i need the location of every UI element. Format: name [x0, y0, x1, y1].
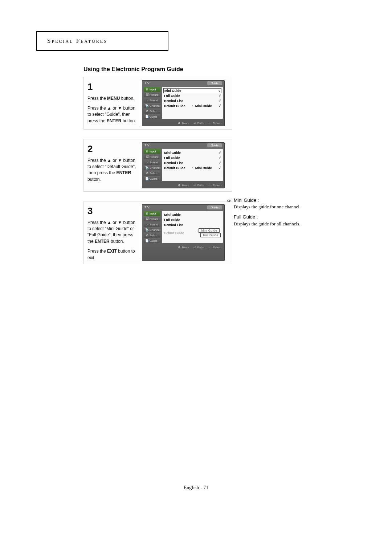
step-3-para2: Press the EXIT button to exit.: [87, 248, 139, 261]
nav-guide[interactable]: 📄Guide: [144, 176, 160, 181]
page-title: Using the Electronic Program Guide: [83, 66, 356, 73]
nav-input[interactable]: ⊟Input: [144, 87, 160, 92]
nav-sound[interactable]: ♪Sound: [144, 160, 160, 165]
menu-mini-guide[interactable]: Mini Guide√: [163, 88, 221, 93]
nav-picture[interactable]: 🖼Picture: [144, 154, 160, 159]
input-icon: ⊟: [145, 212, 149, 215]
menu-remind-list[interactable]: Remind List√: [163, 98, 221, 103]
step-3: 3 Press the ▲ or ▼ button to select "Min…: [83, 201, 232, 264]
header-text: Special Features: [47, 37, 107, 45]
step-3-number: 3: [87, 204, 139, 218]
footer-move: ⇵Move: [178, 122, 189, 125]
setup-icon: ⚙: [145, 109, 149, 113]
nav-input[interactable]: ⊟Input: [144, 211, 160, 216]
tv-top-left: T V: [144, 81, 150, 85]
steps-container: 1 Press the MENU button. Press the ▲ or …: [83, 77, 356, 264]
menu-mini-guide[interactable]: Mini Guide√: [163, 150, 221, 155]
channel-icon: 📡: [145, 166, 149, 170]
enter-icon: ⏎: [193, 184, 196, 187]
nav-picture[interactable]: 🖼Picture: [144, 216, 160, 221]
step-2-text: 2 Press the ▲ or ▼ button to select "Def…: [87, 142, 142, 188]
enter-icon: ⏎: [193, 122, 196, 125]
side-desc-mini: Displays the guide for one channel.: [234, 204, 317, 210]
tv-nav: ⊟Input 🖼Picture ♪Sound 📡Channel ⚙Setup 📄…: [144, 87, 160, 119]
step-1-number: 1: [87, 80, 139, 94]
tv-top: T V Guide: [142, 81, 224, 86]
menu-default-guide[interactable]: Default Guide : Mini Guide √: [163, 166, 221, 171]
menu-remind-list[interactable]: Remind List: [163, 222, 221, 228]
setup-icon: ⚙: [145, 233, 149, 237]
step-3-para1: Press the ▲ or ▼ button to select "Mini …: [87, 220, 139, 245]
step-1-text: 1 Press the MENU button. Press the ▲ or …: [87, 80, 142, 126]
side-desc-full: Displays the guide for all channels.: [234, 221, 317, 227]
step-2-number: 2: [87, 142, 139, 156]
tv-top-right: Guide: [207, 81, 222, 85]
step-1-para1: Press the MENU button.: [87, 95, 139, 102]
nav-guide[interactable]: 📄Guide: [144, 114, 160, 119]
nav-picture[interactable]: 🖼Picture: [144, 92, 160, 97]
sound-icon: ♪: [145, 222, 149, 226]
note-symbol: œ: [227, 197, 230, 204]
menu-full-guide[interactable]: Full Guide: [163, 217, 221, 222]
setup-icon: ⚙: [145, 171, 149, 175]
return-icon: ⎌: [209, 122, 212, 125]
tv-screenshot-3: T VGuide ⊟Input 🖼Picture ♪Sound 📡Channel…: [142, 204, 225, 261]
menu-default-guide[interactable]: Default Guide : Mini Guide √: [163, 103, 221, 109]
channel-icon: 📡: [145, 228, 149, 232]
input-icon: ⊟: [145, 150, 149, 153]
enter-icon: ⏎: [193, 246, 196, 249]
picture-icon: 🖼: [145, 155, 149, 159]
channel-icon: 📡: [145, 104, 149, 107]
nav-setup[interactable]: ⚙Setup: [144, 171, 160, 176]
page-footer: English - 71: [0, 485, 392, 491]
sound-icon: ♪: [145, 160, 149, 164]
step-1: 1 Press the MENU button. Press the ▲ or …: [83, 77, 232, 130]
nav-channel[interactable]: 📡Channel: [144, 165, 160, 170]
tv-screenshot-1: T V Guide ⊟Input 🖼Picture ♪Sound 📡Channe…: [142, 80, 225, 126]
move-icon: ⇵: [178, 246, 181, 249]
tv-panel: Mini Guide√ Full Guide√ Remind List√ Def…: [162, 87, 223, 119]
step-2: 2 Press the ▲ or ▼ button to select "Def…: [83, 139, 232, 192]
guide-icon: 📄: [145, 239, 149, 242]
guide-icon: 📄: [145, 115, 149, 118]
input-icon: ⊟: [145, 87, 149, 91]
move-icon: ⇵: [178, 184, 181, 187]
tv-footer: ⇵Move ⏎Enter ⎌Return: [142, 121, 224, 126]
nav-input[interactable]: ⊟Input: [144, 149, 160, 154]
nav-guide[interactable]: 📄Guide: [144, 238, 160, 243]
tv-screenshot-2: T VGuide ⊟Input 🖼Picture ♪Sound 📡Channel…: [142, 142, 225, 188]
arrow-icon: √: [219, 94, 221, 98]
footer-enter: ⏎Enter: [193, 122, 204, 125]
menu-mini-guide[interactable]: Mini Guide: [163, 212, 221, 217]
picture-icon: 🖼: [145, 93, 149, 97]
arrow-icon: √: [219, 89, 220, 93]
arrow-icon: √: [219, 104, 221, 108]
dropdown-mini[interactable]: Mini Guide: [199, 228, 219, 233]
step-3-text: 3 Press the ▲ or ▼ button to select "Min…: [87, 204, 142, 261]
picture-icon: 🖼: [145, 217, 149, 221]
return-icon: ⎌: [209, 246, 212, 249]
menu-full-guide[interactable]: Full Guide√: [163, 155, 221, 160]
return-icon: ⎌: [209, 184, 212, 187]
sound-icon: ♪: [145, 98, 149, 102]
nav-sound[interactable]: ♪Sound: [144, 98, 160, 103]
section-header: Special Features: [36, 31, 168, 51]
footer-return: ⎌Return: [209, 122, 221, 125]
arrow-icon: √: [219, 99, 221, 103]
side-heading-mini: Mini Guide :: [234, 197, 317, 204]
dropdown-full[interactable]: Full Guide: [200, 233, 221, 237]
menu-default-guide[interactable]: Default Guide : Mini Guide Full Guide: [163, 228, 221, 238]
menu-remind-list[interactable]: Remind List√: [163, 160, 221, 166]
guide-icon: 📄: [145, 177, 149, 180]
step-2-para1: Press the ▲ or ▼ button to select "Defau…: [87, 158, 139, 183]
side-heading-full: Full Guide :: [234, 214, 317, 220]
move-icon: ⇵: [178, 122, 181, 125]
step-1-para2: Press the ▲ or ▼ button to select "Guide…: [87, 105, 139, 124]
nav-sound[interactable]: ♪Sound: [144, 222, 160, 227]
nav-setup[interactable]: ⚙Setup: [144, 233, 160, 238]
side-notes: œ Mini Guide : Displays the guide for on…: [234, 197, 317, 227]
nav-channel[interactable]: 📡Channel: [144, 227, 160, 232]
nav-setup[interactable]: ⚙Setup: [144, 109, 160, 114]
menu-full-guide[interactable]: Full Guide√: [163, 93, 221, 98]
nav-channel[interactable]: 📡Channel: [144, 103, 160, 108]
